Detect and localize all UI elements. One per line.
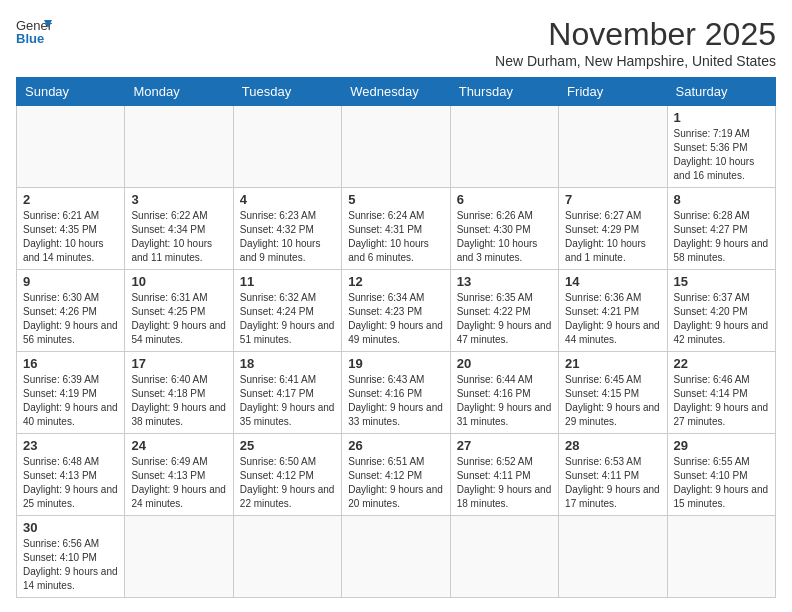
- calendar-day-cell: 5Sunrise: 6:24 AM Sunset: 4:31 PM Daylig…: [342, 188, 450, 270]
- day-info: Sunrise: 6:50 AM Sunset: 4:12 PM Dayligh…: [240, 455, 335, 511]
- calendar-day-cell: [342, 516, 450, 598]
- calendar-day-cell: 28Sunrise: 6:53 AM Sunset: 4:11 PM Dayli…: [559, 434, 667, 516]
- weekday-header-tuesday: Tuesday: [233, 78, 341, 106]
- day-info: Sunrise: 6:43 AM Sunset: 4:16 PM Dayligh…: [348, 373, 443, 429]
- calendar-day-cell: [17, 106, 125, 188]
- svg-text:Blue: Blue: [16, 31, 44, 46]
- day-number: 6: [457, 192, 552, 207]
- day-info: Sunrise: 6:45 AM Sunset: 4:15 PM Dayligh…: [565, 373, 660, 429]
- calendar-week-row: 30Sunrise: 6:56 AM Sunset: 4:10 PM Dayli…: [17, 516, 776, 598]
- calendar-day-cell: [342, 106, 450, 188]
- calendar-day-cell: 9Sunrise: 6:30 AM Sunset: 4:26 PM Daylig…: [17, 270, 125, 352]
- day-number: 3: [131, 192, 226, 207]
- calendar-day-cell: 19Sunrise: 6:43 AM Sunset: 4:16 PM Dayli…: [342, 352, 450, 434]
- day-info: Sunrise: 6:40 AM Sunset: 4:18 PM Dayligh…: [131, 373, 226, 429]
- day-info: Sunrise: 6:27 AM Sunset: 4:29 PM Dayligh…: [565, 209, 660, 265]
- day-number: 9: [23, 274, 118, 289]
- calendar-day-cell: [233, 516, 341, 598]
- day-number: 1: [674, 110, 769, 125]
- day-info: Sunrise: 6:24 AM Sunset: 4:31 PM Dayligh…: [348, 209, 443, 265]
- calendar-day-cell: 13Sunrise: 6:35 AM Sunset: 4:22 PM Dayli…: [450, 270, 558, 352]
- calendar-day-cell: [559, 516, 667, 598]
- calendar-day-cell: 18Sunrise: 6:41 AM Sunset: 4:17 PM Dayli…: [233, 352, 341, 434]
- calendar-day-cell: 22Sunrise: 6:46 AM Sunset: 4:14 PM Dayli…: [667, 352, 775, 434]
- calendar-table: SundayMondayTuesdayWednesdayThursdayFrid…: [16, 77, 776, 598]
- day-number: 15: [674, 274, 769, 289]
- calendar-day-cell: 12Sunrise: 6:34 AM Sunset: 4:23 PM Dayli…: [342, 270, 450, 352]
- day-info: Sunrise: 6:56 AM Sunset: 4:10 PM Dayligh…: [23, 537, 118, 593]
- day-info: Sunrise: 6:22 AM Sunset: 4:34 PM Dayligh…: [131, 209, 226, 265]
- day-number: 18: [240, 356, 335, 371]
- calendar-week-row: 2Sunrise: 6:21 AM Sunset: 4:35 PM Daylig…: [17, 188, 776, 270]
- calendar-day-cell: 1Sunrise: 7:19 AM Sunset: 5:36 PM Daylig…: [667, 106, 775, 188]
- calendar-day-cell: 30Sunrise: 6:56 AM Sunset: 4:10 PM Dayli…: [17, 516, 125, 598]
- calendar-day-cell: 15Sunrise: 6:37 AM Sunset: 4:20 PM Dayli…: [667, 270, 775, 352]
- day-info: Sunrise: 6:30 AM Sunset: 4:26 PM Dayligh…: [23, 291, 118, 347]
- weekday-header-thursday: Thursday: [450, 78, 558, 106]
- calendar-day-cell: 23Sunrise: 6:48 AM Sunset: 4:13 PM Dayli…: [17, 434, 125, 516]
- calendar-day-cell: 21Sunrise: 6:45 AM Sunset: 4:15 PM Dayli…: [559, 352, 667, 434]
- calendar-day-cell: 4Sunrise: 6:23 AM Sunset: 4:32 PM Daylig…: [233, 188, 341, 270]
- day-info: Sunrise: 6:49 AM Sunset: 4:13 PM Dayligh…: [131, 455, 226, 511]
- calendar-day-cell: 26Sunrise: 6:51 AM Sunset: 4:12 PM Dayli…: [342, 434, 450, 516]
- calendar-day-cell: [667, 516, 775, 598]
- calendar-day-cell: 14Sunrise: 6:36 AM Sunset: 4:21 PM Dayli…: [559, 270, 667, 352]
- day-info: Sunrise: 6:55 AM Sunset: 4:10 PM Dayligh…: [674, 455, 769, 511]
- title-area: November 2025 New Durham, New Hampshire,…: [495, 16, 776, 69]
- weekday-header-sunday: Sunday: [17, 78, 125, 106]
- day-number: 10: [131, 274, 226, 289]
- weekday-header-monday: Monday: [125, 78, 233, 106]
- calendar-day-cell: [559, 106, 667, 188]
- month-title: November 2025: [495, 16, 776, 53]
- weekday-header-saturday: Saturday: [667, 78, 775, 106]
- day-number: 22: [674, 356, 769, 371]
- day-number: 4: [240, 192, 335, 207]
- calendar-day-cell: 8Sunrise: 6:28 AM Sunset: 4:27 PM Daylig…: [667, 188, 775, 270]
- day-number: 8: [674, 192, 769, 207]
- day-number: 26: [348, 438, 443, 453]
- calendar-day-cell: [233, 106, 341, 188]
- day-info: Sunrise: 6:44 AM Sunset: 4:16 PM Dayligh…: [457, 373, 552, 429]
- calendar-day-cell: 7Sunrise: 6:27 AM Sunset: 4:29 PM Daylig…: [559, 188, 667, 270]
- calendar-day-cell: 10Sunrise: 6:31 AM Sunset: 4:25 PM Dayli…: [125, 270, 233, 352]
- day-info: Sunrise: 6:36 AM Sunset: 4:21 PM Dayligh…: [565, 291, 660, 347]
- day-number: 2: [23, 192, 118, 207]
- day-info: Sunrise: 7:19 AM Sunset: 5:36 PM Dayligh…: [674, 127, 769, 183]
- day-info: Sunrise: 6:51 AM Sunset: 4:12 PM Dayligh…: [348, 455, 443, 511]
- day-info: Sunrise: 6:34 AM Sunset: 4:23 PM Dayligh…: [348, 291, 443, 347]
- day-number: 30: [23, 520, 118, 535]
- day-info: Sunrise: 6:48 AM Sunset: 4:13 PM Dayligh…: [23, 455, 118, 511]
- calendar-day-cell: 29Sunrise: 6:55 AM Sunset: 4:10 PM Dayli…: [667, 434, 775, 516]
- day-number: 14: [565, 274, 660, 289]
- calendar-day-cell: 3Sunrise: 6:22 AM Sunset: 4:34 PM Daylig…: [125, 188, 233, 270]
- weekday-header-friday: Friday: [559, 78, 667, 106]
- location-title: New Durham, New Hampshire, United States: [495, 53, 776, 69]
- day-number: 7: [565, 192, 660, 207]
- calendar-day-cell: [125, 516, 233, 598]
- calendar-day-cell: 17Sunrise: 6:40 AM Sunset: 4:18 PM Dayli…: [125, 352, 233, 434]
- day-info: Sunrise: 6:39 AM Sunset: 4:19 PM Dayligh…: [23, 373, 118, 429]
- page-header: General Blue November 2025 New Durham, N…: [16, 16, 776, 69]
- day-number: 25: [240, 438, 335, 453]
- day-number: 24: [131, 438, 226, 453]
- weekday-header-row: SundayMondayTuesdayWednesdayThursdayFrid…: [17, 78, 776, 106]
- calendar-day-cell: 20Sunrise: 6:44 AM Sunset: 4:16 PM Dayli…: [450, 352, 558, 434]
- day-info: Sunrise: 6:53 AM Sunset: 4:11 PM Dayligh…: [565, 455, 660, 511]
- day-number: 5: [348, 192, 443, 207]
- calendar-week-row: 9Sunrise: 6:30 AM Sunset: 4:26 PM Daylig…: [17, 270, 776, 352]
- day-info: Sunrise: 6:31 AM Sunset: 4:25 PM Dayligh…: [131, 291, 226, 347]
- day-info: Sunrise: 6:32 AM Sunset: 4:24 PM Dayligh…: [240, 291, 335, 347]
- day-info: Sunrise: 6:35 AM Sunset: 4:22 PM Dayligh…: [457, 291, 552, 347]
- day-info: Sunrise: 6:41 AM Sunset: 4:17 PM Dayligh…: [240, 373, 335, 429]
- day-info: Sunrise: 6:37 AM Sunset: 4:20 PM Dayligh…: [674, 291, 769, 347]
- day-number: 29: [674, 438, 769, 453]
- day-number: 11: [240, 274, 335, 289]
- day-number: 20: [457, 356, 552, 371]
- calendar-week-row: 1Sunrise: 7:19 AM Sunset: 5:36 PM Daylig…: [17, 106, 776, 188]
- calendar-day-cell: [450, 516, 558, 598]
- day-number: 17: [131, 356, 226, 371]
- day-number: 13: [457, 274, 552, 289]
- calendar-day-cell: 2Sunrise: 6:21 AM Sunset: 4:35 PM Daylig…: [17, 188, 125, 270]
- day-info: Sunrise: 6:21 AM Sunset: 4:35 PM Dayligh…: [23, 209, 118, 265]
- day-number: 19: [348, 356, 443, 371]
